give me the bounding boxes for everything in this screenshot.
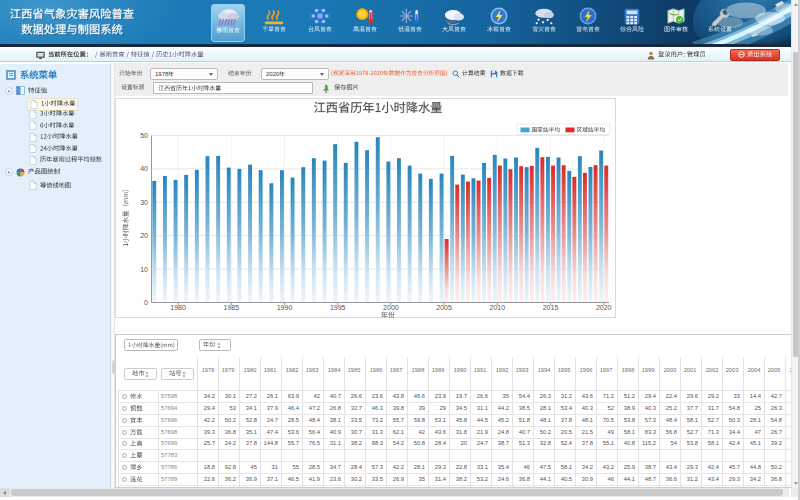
svg-text:1990: 1990 [277, 304, 293, 311]
svg-text:20: 20 [140, 232, 148, 239]
svg-text:2020: 2020 [596, 304, 612, 311]
svg-text:1985: 1985 [224, 304, 240, 311]
svg-text:2015: 2015 [543, 304, 559, 311]
svg-text:2010: 2010 [490, 304, 506, 311]
svg-text:40: 40 [140, 165, 148, 172]
svg-text:0: 0 [144, 299, 148, 306]
svg-text:1980: 1980 [170, 304, 186, 311]
svg-text:10: 10 [140, 266, 148, 273]
svg-text:50: 50 [140, 132, 148, 139]
svg-text:2000: 2000 [383, 304, 399, 311]
svg-text:1995: 1995 [330, 304, 346, 311]
svg-text:2005: 2005 [436, 304, 452, 311]
svg-text:30: 30 [140, 199, 148, 206]
